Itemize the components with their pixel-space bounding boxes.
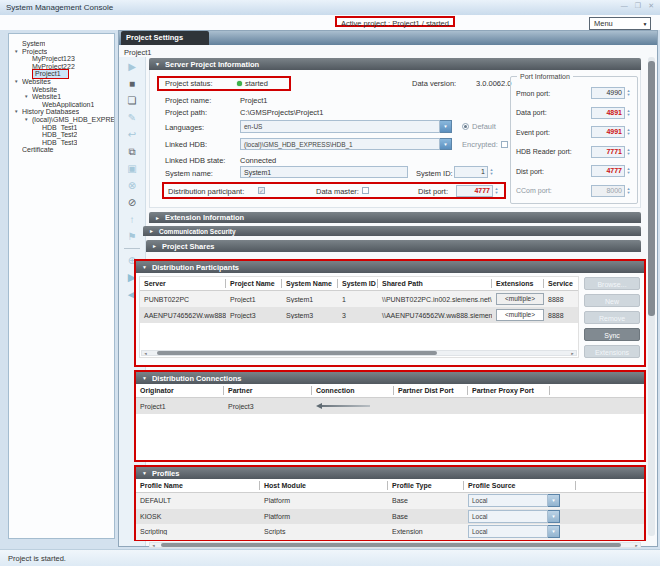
spin-down-icon[interactable]: ▼ <box>625 113 632 117</box>
save-icon[interactable]: ▣ <box>122 161 142 176</box>
col-extensions[interactable]: Extensions <box>492 279 544 288</box>
new-button[interactable]: New <box>584 294 640 307</box>
col-system-name[interactable]: System Name <box>282 279 338 288</box>
main-h-scrollbar[interactable]: ◄ ► <box>149 542 641 548</box>
tree-item-website[interactable]: Website <box>9 86 114 94</box>
section-header-project-shares[interactable]: ► Project Shares <box>146 240 641 252</box>
tree-item-project1[interactable]: Project1 <box>9 70 114 78</box>
section-header-server-project-information[interactable]: ▼ Server Project Information <box>149 58 641 70</box>
tab-project-settings[interactable]: Project Settings <box>121 31 209 45</box>
profiles-row-1[interactable]: DEFAULT Platform Base Local▼ <box>136 493 644 509</box>
maximize-icon[interactable]: ❒ <box>635 2 641 10</box>
participants-row-1[interactable]: PUNBT022PC Project1 System1 1 \\PUNBT022… <box>140 291 578 307</box>
section-header-communication-security[interactable]: ► Communication Security <box>143 226 641 236</box>
data-master-checkbox[interactable] <box>362 187 369 194</box>
spin-down-icon[interactable]: ▼ <box>493 191 500 195</box>
col-project-name[interactable]: Project Name <box>226 279 282 288</box>
extensions-multiple-button[interactable]: <multiple> <box>496 309 544 321</box>
dist-port-stepper[interactable]: 4777 ▲▼ <box>456 185 500 197</box>
sync-button[interactable]: Sync <box>584 328 640 341</box>
expander-icon[interactable]: ▼ <box>14 48 22 56</box>
spin-down-icon[interactable]: ▼ <box>625 132 632 136</box>
col-partner[interactable]: Partner <box>224 386 312 395</box>
section-header-profiles[interactable]: ▼ Profiles <box>136 467 644 479</box>
chevron-down-icon[interactable]: ▼ <box>440 120 452 133</box>
col-server[interactable]: Server <box>140 279 226 288</box>
ccom-port-stepper[interactable]: 8000 ▲▼ <box>591 185 632 197</box>
col-originator[interactable]: Originator <box>136 386 224 395</box>
linked-hdb-dropdown[interactable]: (local)\GMS_HDB_EXPRESS\HDB_1 ▼ <box>240 138 452 150</box>
tree-item-history-databases[interactable]: ▼History Databases <box>9 108 114 116</box>
dist-port-stepper2[interactable]: 4777 ▲▼ <box>591 165 632 177</box>
edit-icon[interactable]: ✎ <box>122 110 142 125</box>
pin-icon[interactable]: ⚑ <box>122 229 142 244</box>
stop-icon[interactable]: ■ <box>122 76 142 91</box>
tree-item-projects[interactable]: ▼Projects <box>9 48 114 56</box>
col-shared-path[interactable]: Shared Path <box>378 279 492 288</box>
chevron-down-icon[interactable]: ▼ <box>548 494 560 507</box>
connections-row-1[interactable]: Project1 Project3 <box>136 398 644 414</box>
chevron-down-icon[interactable]: ▼ <box>548 525 560 538</box>
start-icon[interactable]: ▶ <box>122 59 142 74</box>
unlink-hdb-icon[interactable]: ⊘ <box>122 195 142 210</box>
default-language-radio[interactable]: Default <box>462 122 496 131</box>
scrollbar-thumb[interactable] <box>157 351 437 355</box>
system-id-stepper[interactable]: 1 ▲▼ <box>454 166 495 178</box>
tree-item-certificate[interactable]: Certificate <box>9 146 114 154</box>
remove-button[interactable]: Remove <box>584 311 640 324</box>
col-profile-source[interactable]: Profile Source <box>464 481 576 490</box>
scroll-right-icon[interactable]: ► <box>633 543 640 548</box>
new-project-icon[interactable]: ❏ <box>122 93 142 108</box>
extensions-button[interactable]: Extensions <box>584 345 640 358</box>
scrollbar-thumb[interactable] <box>648 61 655 316</box>
col-service-port[interactable]: Service P <box>544 279 574 288</box>
chevron-down-icon[interactable]: ▼ <box>548 510 560 523</box>
event-port-stepper[interactable]: 4991 ▲▼ <box>591 126 632 138</box>
section-header-distribution-connections[interactable]: ▼ Distribution Connections <box>136 372 644 384</box>
radio-icon[interactable] <box>462 123 469 130</box>
expander-icon[interactable]: ▼ <box>24 93 32 101</box>
participants-h-scrollbar[interactable]: ◄ ► <box>141 350 577 356</box>
restore-icon[interactable]: ↩ <box>122 127 142 142</box>
spin-down-icon[interactable]: ▼ <box>625 191 632 195</box>
spin-down-icon[interactable]: ▼ <box>488 172 495 176</box>
col-connection[interactable]: Connection <box>312 386 394 395</box>
tree-item-websites[interactable]: ▼Websites <box>9 78 114 86</box>
profiles-row-3[interactable]: Scripting Scripts Extension Local▼ <box>136 524 644 540</box>
hdb-reader-port-stepper[interactable]: 7771 ▲▼ <box>591 146 632 158</box>
languages-dropdown[interactable]: en-US ▼ <box>240 120 452 133</box>
section-header-distribution-participants[interactable]: ▼ Distribution Participants <box>136 261 644 273</box>
profile-source-dropdown[interactable]: Local▼ <box>468 494 560 507</box>
system-name-input[interactable]: System1 <box>240 166 408 178</box>
participants-row-2[interactable]: AAENPU746562W.ww888 Project3 System3 3 \… <box>140 307 578 323</box>
tree-item-hdb-test3[interactable]: HDB_Test3 <box>9 139 114 147</box>
profile-source-dropdown[interactable]: Local▼ <box>468 525 560 538</box>
scrollbar-thumb[interactable] <box>161 543 621 547</box>
profiles-row-2[interactable]: KIOSK Platform Base Local▼ <box>136 509 644 525</box>
spin-down-icon[interactable]: ▼ <box>625 152 632 156</box>
menu-dropdown[interactable]: Menu ▼ <box>589 17 651 30</box>
section-header-extension-information[interactable]: ► Extension Information <box>149 212 641 223</box>
pmon-port-stepper[interactable]: 4990 ▲▼ <box>591 87 632 99</box>
tree-item-myproject123[interactable]: MyProject123 <box>9 55 114 63</box>
close-project-icon[interactable]: ⊗ <box>122 178 142 193</box>
tree-item-hdb-test1[interactable]: HDB_Test1 <box>9 124 114 132</box>
spin-down-icon[interactable]: ▼ <box>625 93 632 97</box>
scroll-right-icon[interactable]: ► <box>569 351 576 356</box>
distribution-participant-checkbox[interactable]: ✓ <box>258 187 265 194</box>
scroll-left-icon[interactable]: ◄ <box>150 543 157 548</box>
upgrade-icon[interactable]: ↑ <box>122 212 142 227</box>
col-partner-proxy-port[interactable]: Partner Proxy Port <box>468 386 550 395</box>
tree-item-webapplication1[interactable]: WebApplication1 <box>9 101 114 109</box>
spin-down-icon[interactable]: ▼ <box>625 171 632 175</box>
tree-item-website1[interactable]: ▼Website1 <box>9 93 114 101</box>
col-host-module[interactable]: Host Module <box>260 481 388 490</box>
chevron-down-icon[interactable]: ▼ <box>440 138 452 150</box>
minimize-icon[interactable]: — <box>621 2 628 10</box>
scroll-left-icon[interactable]: ◄ <box>142 351 149 356</box>
col-system-id[interactable]: System ID <box>338 279 378 288</box>
tree-item-system[interactable]: System <box>9 40 114 48</box>
browse-button[interactable]: Browse... <box>584 277 640 290</box>
col-profile-name[interactable]: Profile Name <box>136 481 260 490</box>
tree-item-hdb-express[interactable]: ▼(local)\GMS_HDB_EXPRESS <box>9 116 114 124</box>
